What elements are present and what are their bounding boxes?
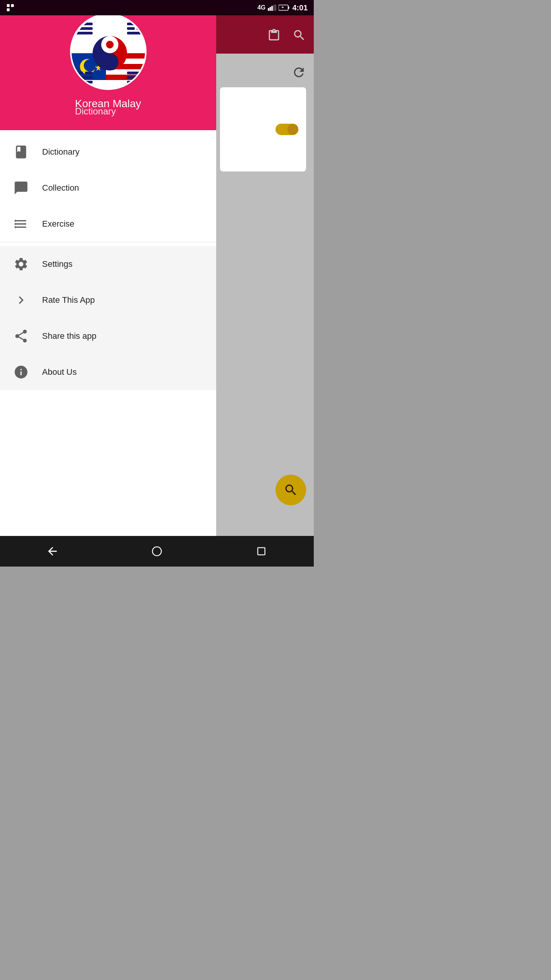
share-icon [11, 327, 31, 346]
time-display: 4:01 [292, 3, 308, 12]
svg-rect-39 [270, 7, 271, 11]
svg-rect-27 [75, 81, 83, 83]
svg-rect-6 [75, 27, 93, 30]
svg-rect-24 [75, 72, 83, 74]
toggle-switch[interactable] [276, 124, 298, 135]
svg-rect-28 [85, 81, 93, 83]
search-icon[interactable] [292, 28, 306, 45]
svg-rect-35 [7, 4, 10, 7]
exercise-label: Exercise [42, 219, 74, 229]
app-logo [70, 13, 147, 90]
status-bar-left [6, 3, 15, 12]
right-panel-body [212, 54, 314, 179]
about-label: About Us [42, 367, 77, 377]
home-button[interactable] [147, 542, 166, 561]
search-fab[interactable] [276, 475, 306, 505]
drawer-item-settings[interactable]: Settings [0, 246, 216, 282]
svg-rect-26 [75, 76, 93, 79]
recents-button[interactable] [252, 542, 271, 561]
svg-rect-9 [127, 27, 135, 30]
collection-label: Collection [42, 183, 79, 193]
drawer-item-exercise[interactable]: Exercise [0, 206, 216, 242]
toggle-knob [287, 124, 298, 135]
svg-point-45 [152, 547, 161, 555]
drawer-header: Korean Malay Dictionary [0, 0, 216, 130]
svg-point-20 [84, 59, 96, 72]
svg-rect-11 [127, 32, 144, 34]
drawer-item-about[interactable]: About Us [0, 354, 216, 390]
app-name: Korean Malay Dictionary [75, 98, 141, 117]
info-icon [11, 363, 31, 382]
clipboard-icon[interactable] [267, 28, 281, 45]
drawer-secondary-section: Settings Rate This App Share this app [0, 246, 216, 390]
book-icon [11, 142, 31, 162]
toggle-container[interactable] [276, 124, 298, 135]
svg-rect-31 [127, 81, 144, 83]
svg-rect-29 [127, 72, 144, 74]
svg-rect-33 [15, 223, 16, 225]
svg-rect-7 [75, 32, 93, 34]
drawer-item-collection[interactable]: Collection [0, 170, 216, 206]
navigation-drawer: Korean Malay Dictionary Dictionary Colle… [0, 0, 216, 544]
drawer-divider [0, 242, 216, 242]
back-button[interactable] [43, 542, 62, 561]
svg-rect-25 [85, 72, 93, 74]
svg-rect-44 [288, 7, 289, 9]
svg-rect-36 [7, 8, 10, 11]
svg-rect-40 [271, 6, 273, 11]
list-icon [11, 214, 31, 234]
rate-icon [11, 291, 31, 310]
svg-rect-17 [72, 80, 147, 90]
bottom-nav [0, 536, 314, 567]
refresh-icon[interactable] [292, 65, 306, 81]
svg-rect-10 [137, 27, 144, 30]
drawer-item-dictionary[interactable]: Dictionary [0, 134, 216, 170]
status-bar: 4G 4:01 [0, 0, 314, 15]
settings-card [220, 87, 306, 172]
svg-point-23 [106, 58, 114, 66]
chat-icon [11, 178, 31, 198]
drawer-primary-section: Dictionary Collection Exercise [0, 130, 216, 246]
svg-rect-5 [75, 23, 93, 25]
rate-label: Rate This App [42, 295, 95, 305]
gear-icon [11, 255, 31, 274]
svg-rect-42 [275, 5, 276, 11]
drawer-item-rate[interactable]: Rate This App [0, 282, 216, 318]
svg-point-22 [106, 41, 114, 49]
network-type: 4G [258, 4, 266, 11]
dictionary-label: Dictionary [42, 147, 80, 157]
status-bar-right: 4G 4:01 [258, 3, 308, 12]
share-label: Share this app [42, 331, 96, 341]
svg-rect-30 [127, 76, 144, 79]
svg-rect-34 [15, 226, 16, 228]
refresh-area [220, 65, 306, 81]
drawer-item-share[interactable]: Share this app [0, 318, 216, 354]
svg-rect-46 [258, 548, 265, 555]
svg-rect-37 [11, 4, 14, 7]
svg-rect-8 [127, 23, 144, 25]
svg-rect-38 [268, 8, 269, 11]
svg-rect-32 [15, 220, 16, 222]
settings-label: Settings [42, 259, 73, 269]
svg-rect-41 [273, 5, 275, 11]
